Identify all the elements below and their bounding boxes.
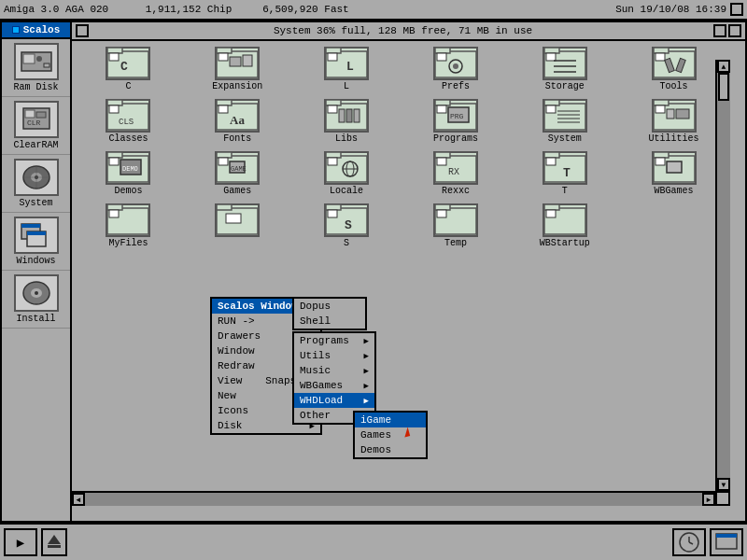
svg-rect-110 — [109, 210, 119, 217]
scroll-left-btn[interactable]: ◄ — [72, 493, 85, 506]
wb-zoom-btn[interactable] — [713, 24, 726, 37]
svg-text:RX: RX — [448, 167, 459, 177]
svg-rect-119 — [435, 204, 450, 210]
sidebar-item-windows[interactable]: Windows — [2, 213, 70, 271]
folder-tools[interactable]: Tools — [621, 45, 726, 93]
vertical-scrollbar[interactable]: ▲ ▼ — [715, 60, 730, 491]
svg-rect-115 — [326, 204, 341, 210]
folder-utilities[interactable]: Utilities — [621, 97, 726, 146]
fast-mem: 6,509,920 Fast — [262, 4, 348, 15]
sidebar-item-ramdisk[interactable]: Ram Disk — [2, 39, 70, 97]
folder-empty[interactable] — [185, 202, 290, 250]
folder-demos-label: Demos — [78, 186, 179, 196]
svg-text:GAME: GAME — [231, 165, 247, 173]
submenu-utils-item[interactable]: Utils ▶ — [294, 348, 374, 363]
svg-rect-70 — [546, 105, 556, 113]
eject-btn[interactable] — [41, 528, 67, 556]
folder-libs-icon — [324, 99, 369, 133]
svg-rect-28 — [243, 55, 252, 66]
datetime: Sun 19/10/08 16:39 — [615, 4, 726, 15]
svg-rect-60 — [339, 109, 345, 122]
submenu-whddemos-item[interactable]: Demos — [355, 442, 426, 457]
folder-myfiles[interactable]: MyFiles — [76, 202, 181, 250]
scroll-thumb-v[interactable] — [718, 73, 729, 101]
submenu-whdgames-item[interactable]: Games — [355, 427, 426, 442]
folder-classes[interactable]: CLS Classes — [76, 97, 181, 146]
folder-wbgames[interactable]: WBGames — [621, 149, 726, 198]
submenu-run-shell[interactable]: Shell — [294, 314, 365, 329]
folder-t-icon: T — [543, 151, 587, 185]
folder-system[interactable]: System — [512, 97, 617, 146]
folder-c[interactable]: C C — [76, 45, 181, 93]
folder-storage-label: Storage — [514, 81, 615, 91]
programs-label: Programs — [300, 335, 349, 346]
folder-fonts[interactable]: Aa Fonts — [185, 97, 290, 146]
scroll-down-btn[interactable]: ▼ — [717, 478, 730, 491]
folder-games[interactable]: GAME Games — [185, 149, 290, 198]
clock-btn[interactable] — [672, 528, 706, 556]
svg-rect-45 — [654, 48, 669, 53]
svg-rect-109 — [107, 204, 122, 210]
folder-utilities-label: Utilities — [623, 133, 725, 144]
folder-libs[interactable]: Libs — [294, 97, 400, 146]
folder-l[interactable]: L L — [294, 45, 400, 93]
sidebar-item-clearram[interactable]: CLR ClearRAM — [2, 97, 70, 155]
folder-locale[interactable]: Locale — [294, 149, 400, 198]
horizontal-scrollbar[interactable]: ◄ ► — [72, 491, 715, 506]
svg-rect-30 — [326, 48, 341, 53]
play-btn[interactable]: ▶ — [4, 528, 37, 556]
scroll-up-btn[interactable]: ▲ — [717, 60, 730, 73]
folder-storage[interactable]: Storage — [512, 45, 617, 93]
folder-s[interactable]: S S — [294, 202, 400, 250]
submenu-wbgames-item[interactable]: WBGames ▶ — [294, 378, 374, 393]
wb-close-btn[interactable] — [76, 24, 89, 37]
submenu-igame-item[interactable]: iGame — [355, 413, 426, 427]
menu-drawers-label: Drawers — [218, 330, 261, 342]
window-resize-btn[interactable] — [730, 3, 743, 16]
svg-text:T: T — [563, 166, 571, 180]
svg-rect-27 — [230, 57, 241, 66]
svg-rect-58 — [326, 100, 341, 105]
folder-s-label: S — [296, 238, 398, 248]
scroll-track-h[interactable] — [85, 493, 702, 506]
submenu-programs-item[interactable]: Programs ▶ — [294, 333, 374, 348]
submenu-run-dopus[interactable]: Dopus — [294, 299, 365, 314]
submenu-whdload-item[interactable]: WHDLoad ▶ — [294, 393, 374, 408]
folder-fonts-icon: Aa — [215, 99, 260, 133]
folder-temp[interactable]: Temp — [403, 202, 509, 250]
screen-btn[interactable] — [710, 528, 743, 556]
folder-t[interactable]: T T — [512, 149, 617, 198]
svg-rect-2 — [36, 56, 42, 62]
svg-rect-5 — [25, 110, 35, 118]
scroll-right-btn[interactable]: ► — [702, 493, 715, 506]
folder-expansion[interactable]: Expansion — [185, 45, 290, 93]
wb-depth-btn[interactable] — [728, 24, 741, 37]
submenu-music-item[interactable]: Music ▶ — [294, 363, 374, 378]
folder-c-label: C — [78, 81, 179, 91]
svg-rect-35 — [437, 53, 446, 61]
svg-rect-112 — [217, 204, 232, 210]
svg-rect-61 — [346, 109, 352, 122]
svg-text:CLS: CLS — [119, 118, 134, 127]
svg-point-19 — [35, 291, 38, 295]
play-icon: ▶ — [17, 535, 24, 551]
folder-wbgames-label: WBGames — [623, 186, 725, 196]
scroll-track-v[interactable] — [717, 73, 730, 478]
system-label: System — [4, 198, 68, 208]
folder-demos[interactable]: DEMO Demos — [76, 149, 181, 198]
svg-rect-25 — [217, 48, 232, 53]
shell-label: Shell — [300, 315, 331, 327]
folder-system-icon — [543, 99, 587, 133]
folder-prefs[interactable]: Prefs — [403, 45, 509, 93]
svg-rect-91 — [326, 152, 341, 158]
svg-rect-69 — [544, 100, 559, 105]
sidebar-item-system[interactable]: System — [2, 155, 70, 213]
folder-programs[interactable]: PRG Programs — [403, 97, 509, 146]
folder-games-label: Games — [187, 186, 289, 196]
windows-label: Windows — [4, 256, 68, 266]
folder-rexxc[interactable]: RX Rexxc — [403, 149, 509, 198]
folder-temp-icon — [433, 203, 478, 237]
svg-rect-98 — [437, 158, 446, 165]
folder-wbstartup[interactable]: WBStartup — [512, 202, 617, 250]
sidebar-item-install[interactable]: Install — [2, 271, 70, 329]
